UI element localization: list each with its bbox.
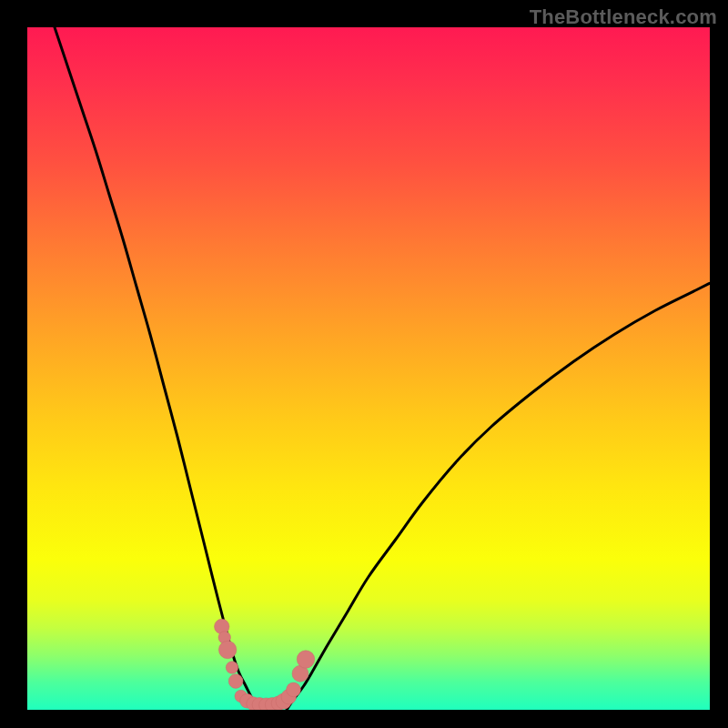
data-marker bbox=[228, 674, 243, 689]
chart-svg bbox=[27, 27, 710, 710]
data-marker bbox=[287, 682, 301, 697]
watermark-text: TheBottleneck.com bbox=[530, 5, 717, 29]
data-marker bbox=[226, 662, 238, 674]
curve-right-branch bbox=[287, 283, 710, 710]
marker-layer bbox=[215, 619, 315, 710]
curve-left-branch bbox=[55, 27, 258, 710]
curve-layer bbox=[55, 27, 710, 710]
data-marker bbox=[218, 641, 237, 659]
plot-area bbox=[27, 27, 710, 710]
chart-frame: TheBottleneck.com bbox=[0, 0, 728, 728]
data-marker bbox=[297, 651, 315, 669]
